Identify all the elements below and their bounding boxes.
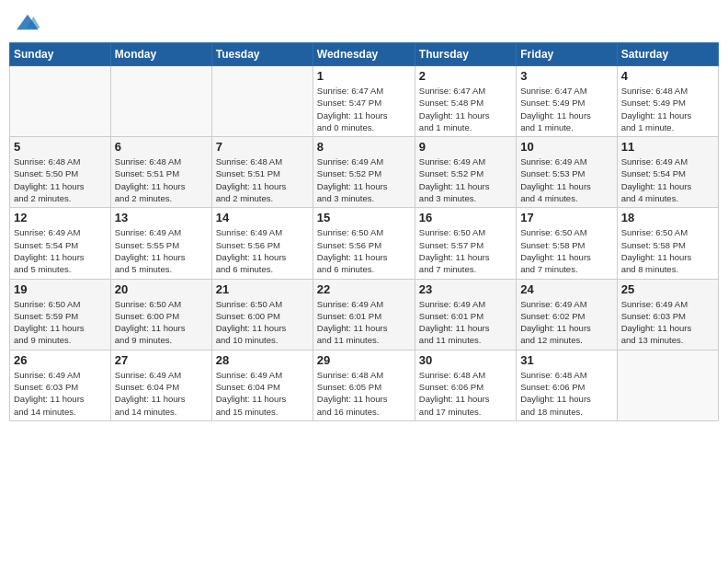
day-number: 22 <box>317 282 411 296</box>
calendar-day-cell <box>10 66 111 137</box>
day-info: Sunrise: 6:47 AM Sunset: 5:48 PM Dayligh… <box>419 85 512 133</box>
day-info: Sunrise: 6:49 AM Sunset: 6:04 PM Dayligh… <box>115 369 208 418</box>
day-number: 27 <box>115 353 208 367</box>
weekday-header-monday: Monday <box>110 43 211 66</box>
calendar-day-cell: 16Sunrise: 6:50 AM Sunset: 5:57 PM Dayli… <box>415 208 516 279</box>
day-number: 9 <box>419 140 512 154</box>
calendar-week-row: 12Sunrise: 6:49 AM Sunset: 5:54 PM Dayli… <box>10 208 719 279</box>
day-info: Sunrise: 6:50 AM Sunset: 5:59 PM Dayligh… <box>14 298 107 347</box>
day-number: 4 <box>621 69 714 83</box>
day-number: 31 <box>520 353 612 367</box>
calendar-day-cell: 28Sunrise: 6:49 AM Sunset: 6:04 PM Dayli… <box>211 350 313 420</box>
calendar-week-row: 19Sunrise: 6:50 AM Sunset: 5:59 PM Dayli… <box>10 279 719 350</box>
day-number: 17 <box>520 211 612 224</box>
day-info: Sunrise: 6:49 AM Sunset: 5:55 PM Dayligh… <box>115 226 208 275</box>
calendar-day-cell: 20Sunrise: 6:50 AM Sunset: 6:00 PM Dayli… <box>110 279 211 350</box>
weekday-header-friday: Friday <box>517 43 617 66</box>
day-info: Sunrise: 6:48 AM Sunset: 6:06 PM Dayligh… <box>520 369 612 418</box>
calendar-week-row: 1Sunrise: 6:47 AM Sunset: 5:47 PM Daylig… <box>10 66 719 137</box>
calendar-day-cell: 17Sunrise: 6:50 AM Sunset: 5:58 PM Dayli… <box>517 208 617 279</box>
day-number: 1 <box>317 69 411 83</box>
day-info: Sunrise: 6:50 AM Sunset: 6:00 PM Dayligh… <box>115 298 208 347</box>
weekday-header-row: SundayMondayTuesdayWednesdayThursdayFrid… <box>10 43 719 66</box>
calendar-day-cell: 10Sunrise: 6:49 AM Sunset: 5:53 PM Dayli… <box>517 137 617 208</box>
calendar-day-cell: 19Sunrise: 6:50 AM Sunset: 5:59 PM Dayli… <box>10 279 111 350</box>
day-info: Sunrise: 6:48 AM Sunset: 5:50 PM Dayligh… <box>14 155 107 204</box>
calendar-day-cell: 21Sunrise: 6:50 AM Sunset: 6:00 PM Dayli… <box>211 279 313 350</box>
day-number: 15 <box>317 211 411 224</box>
day-number: 18 <box>621 211 714 224</box>
calendar-day-cell: 27Sunrise: 6:49 AM Sunset: 6:04 PM Dayli… <box>110 350 211 420</box>
day-number: 24 <box>520 282 612 296</box>
day-info: Sunrise: 6:48 AM Sunset: 5:51 PM Dayligh… <box>115 155 208 204</box>
calendar-day-cell: 3Sunrise: 6:47 AM Sunset: 5:49 PM Daylig… <box>517 66 617 137</box>
day-number: 19 <box>14 282 107 296</box>
calendar-day-cell: 18Sunrise: 6:50 AM Sunset: 5:58 PM Dayli… <box>617 208 718 279</box>
weekday-header-wednesday: Wednesday <box>313 43 415 66</box>
day-number: 2 <box>419 69 512 83</box>
day-number: 20 <box>115 282 208 296</box>
day-number: 30 <box>419 353 512 367</box>
day-info: Sunrise: 6:49 AM Sunset: 5:52 PM Dayligh… <box>317 155 411 204</box>
day-number: 26 <box>14 353 107 367</box>
day-info: Sunrise: 6:49 AM Sunset: 6:03 PM Dayligh… <box>14 369 107 418</box>
day-info: Sunrise: 6:47 AM Sunset: 5:47 PM Dayligh… <box>317 85 411 133</box>
day-info: Sunrise: 6:48 AM Sunset: 6:06 PM Dayligh… <box>419 369 512 418</box>
day-info: Sunrise: 6:49 AM Sunset: 6:04 PM Dayligh… <box>216 369 309 418</box>
day-number: 10 <box>520 140 612 154</box>
calendar-day-cell: 2Sunrise: 6:47 AM Sunset: 5:48 PM Daylig… <box>415 66 516 137</box>
day-info: Sunrise: 6:49 AM Sunset: 5:53 PM Dayligh… <box>520 155 612 204</box>
day-info: Sunrise: 6:49 AM Sunset: 5:56 PM Dayligh… <box>216 226 309 275</box>
day-number: 16 <box>419 211 512 224</box>
weekday-header-tuesday: Tuesday <box>211 43 313 66</box>
day-info: Sunrise: 6:50 AM Sunset: 5:58 PM Dayligh… <box>520 226 612 275</box>
day-number: 8 <box>317 140 411 154</box>
calendar-day-cell: 13Sunrise: 6:49 AM Sunset: 5:55 PM Dayli… <box>110 208 211 279</box>
calendar-day-cell: 6Sunrise: 6:48 AM Sunset: 5:51 PM Daylig… <box>110 137 211 208</box>
calendar-day-cell <box>110 66 211 137</box>
calendar-day-cell: 25Sunrise: 6:49 AM Sunset: 6:03 PM Dayli… <box>617 279 718 350</box>
calendar-week-row: 26Sunrise: 6:49 AM Sunset: 6:03 PM Dayli… <box>10 350 719 420</box>
logo <box>15 13 42 33</box>
calendar-day-cell: 11Sunrise: 6:49 AM Sunset: 5:54 PM Dayli… <box>617 137 718 208</box>
calendar-day-cell: 23Sunrise: 6:49 AM Sunset: 6:01 PM Dayli… <box>415 279 516 350</box>
day-number: 29 <box>317 353 411 367</box>
day-info: Sunrise: 6:50 AM Sunset: 5:58 PM Dayligh… <box>621 226 714 275</box>
day-number: 21 <box>216 282 309 296</box>
weekday-header-saturday: Saturday <box>617 43 718 66</box>
day-info: Sunrise: 6:50 AM Sunset: 5:56 PM Dayligh… <box>317 226 411 275</box>
calendar-day-cell: 1Sunrise: 6:47 AM Sunset: 5:47 PM Daylig… <box>313 66 415 137</box>
day-info: Sunrise: 6:48 AM Sunset: 5:51 PM Dayligh… <box>216 155 309 204</box>
calendar-day-cell: 9Sunrise: 6:49 AM Sunset: 5:52 PM Daylig… <box>415 137 516 208</box>
calendar-day-cell <box>211 66 313 137</box>
day-info: Sunrise: 6:47 AM Sunset: 5:49 PM Dayligh… <box>520 85 612 133</box>
day-info: Sunrise: 6:49 AM Sunset: 6:01 PM Dayligh… <box>419 298 512 347</box>
day-info: Sunrise: 6:49 AM Sunset: 6:03 PM Dayligh… <box>621 298 714 347</box>
calendar-day-cell: 22Sunrise: 6:49 AM Sunset: 6:01 PM Dayli… <box>313 279 415 350</box>
day-number: 13 <box>115 211 208 224</box>
weekday-header-sunday: Sunday <box>10 43 111 66</box>
day-number: 6 <box>115 140 208 154</box>
day-info: Sunrise: 6:49 AM Sunset: 5:54 PM Dayligh… <box>621 155 714 204</box>
calendar-week-row: 5Sunrise: 6:48 AM Sunset: 5:50 PM Daylig… <box>10 137 719 208</box>
calendar-day-cell: 4Sunrise: 6:48 AM Sunset: 5:49 PM Daylig… <box>617 66 718 137</box>
calendar-day-cell: 26Sunrise: 6:49 AM Sunset: 6:03 PM Dayli… <box>10 350 111 420</box>
calendar-table: SundayMondayTuesdayWednesdayThursdayFrid… <box>9 42 719 421</box>
day-number: 28 <box>216 353 309 367</box>
day-info: Sunrise: 6:50 AM Sunset: 5:57 PM Dayligh… <box>419 226 512 275</box>
calendar-day-cell: 15Sunrise: 6:50 AM Sunset: 5:56 PM Dayli… <box>313 208 415 279</box>
calendar-day-cell: 29Sunrise: 6:48 AM Sunset: 6:05 PM Dayli… <box>313 350 415 420</box>
day-info: Sunrise: 6:48 AM Sunset: 5:49 PM Dayligh… <box>621 85 714 133</box>
calendar-day-cell: 30Sunrise: 6:48 AM Sunset: 6:06 PM Dayli… <box>415 350 516 420</box>
calendar-day-cell <box>617 350 718 420</box>
day-number: 12 <box>14 211 107 224</box>
day-number: 3 <box>520 69 612 83</box>
calendar-day-cell: 8Sunrise: 6:49 AM Sunset: 5:52 PM Daylig… <box>313 137 415 208</box>
day-number: 14 <box>216 211 309 224</box>
day-info: Sunrise: 6:50 AM Sunset: 6:00 PM Dayligh… <box>216 298 309 347</box>
calendar-day-cell: 5Sunrise: 6:48 AM Sunset: 5:50 PM Daylig… <box>10 137 111 208</box>
day-number: 11 <box>621 140 714 154</box>
day-info: Sunrise: 6:49 AM Sunset: 6:01 PM Dayligh… <box>317 298 411 347</box>
weekday-header-thursday: Thursday <box>415 43 516 66</box>
day-number: 7 <box>216 140 309 154</box>
